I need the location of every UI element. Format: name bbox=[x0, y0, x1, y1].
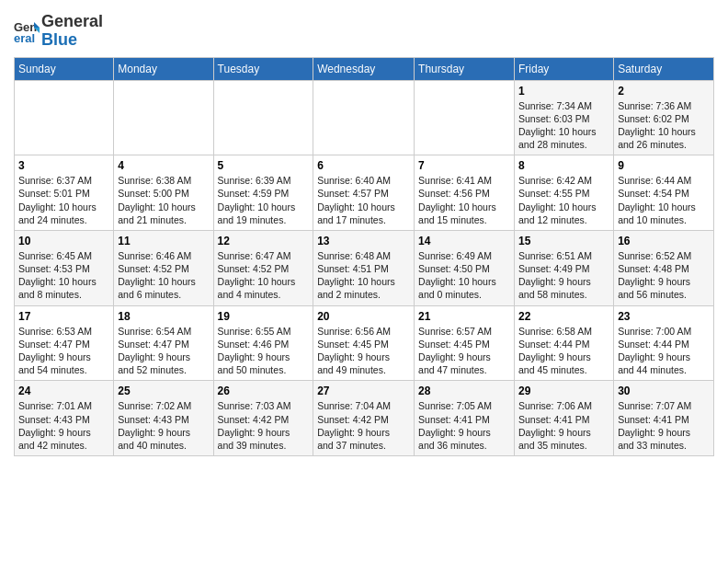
day-number: 6 bbox=[317, 159, 410, 172]
day-cell: 30Sunrise: 7:07 AM Sunset: 4:41 PM Dayli… bbox=[614, 381, 714, 456]
day-info: Sunrise: 6:51 AM Sunset: 4:49 PM Dayligh… bbox=[518, 249, 609, 302]
day-number: 2 bbox=[618, 85, 710, 98]
logo-general: General bbox=[41, 13, 103, 31]
day-info: Sunrise: 6:55 AM Sunset: 4:46 PM Dayligh… bbox=[218, 325, 310, 377]
day-number: 29 bbox=[518, 385, 609, 397]
day-cell bbox=[213, 80, 313, 155]
day-number: 21 bbox=[418, 310, 510, 323]
calendar-body: 1Sunrise: 7:34 AM Sunset: 6:03 PM Daylig… bbox=[15, 80, 714, 455]
day-info: Sunrise: 6:46 AM Sunset: 4:52 PM Dayligh… bbox=[118, 249, 209, 302]
day-cell: 2Sunrise: 7:36 AM Sunset: 6:02 PM Daylig… bbox=[614, 80, 714, 155]
day-info: Sunrise: 6:38 AM Sunset: 5:00 PM Dayligh… bbox=[118, 174, 209, 226]
week-row-2: 10Sunrise: 6:45 AM Sunset: 4:53 PM Dayli… bbox=[15, 230, 714, 305]
day-info: Sunrise: 7:00 AM Sunset: 4:44 PM Dayligh… bbox=[618, 325, 710, 377]
day-cell: 7Sunrise: 6:41 AM Sunset: 4:56 PM Daylig… bbox=[415, 155, 515, 231]
day-cell: 18Sunrise: 6:54 AM Sunset: 4:47 PM Dayli… bbox=[114, 305, 213, 381]
day-number: 27 bbox=[317, 385, 410, 397]
day-cell: 8Sunrise: 6:42 AM Sunset: 4:55 PM Daylig… bbox=[514, 155, 613, 231]
week-row-1: 3Sunrise: 6:37 AM Sunset: 5:01 PM Daylig… bbox=[15, 155, 714, 231]
day-cell: 23Sunrise: 7:00 AM Sunset: 4:44 PM Dayli… bbox=[614, 305, 714, 381]
day-cell: 27Sunrise: 7:04 AM Sunset: 4:42 PM Dayli… bbox=[313, 381, 415, 456]
day-info: Sunrise: 7:01 AM Sunset: 4:43 PM Dayligh… bbox=[18, 399, 109, 452]
day-info: Sunrise: 7:04 AM Sunset: 4:42 PM Dayligh… bbox=[317, 399, 410, 452]
calendar-header: SundayMondayTuesdayWednesdayThursdayFrid… bbox=[15, 57, 714, 80]
day-number: 3 bbox=[18, 159, 109, 172]
day-cell: 5Sunrise: 6:39 AM Sunset: 4:59 PM Daylig… bbox=[213, 155, 313, 231]
day-header-monday: Monday bbox=[114, 57, 213, 80]
day-cell: 3Sunrise: 6:37 AM Sunset: 5:01 PM Daylig… bbox=[15, 155, 114, 231]
day-number: 11 bbox=[118, 235, 209, 247]
day-number: 26 bbox=[218, 385, 310, 397]
day-info: Sunrise: 6:53 AM Sunset: 4:47 PM Dayligh… bbox=[18, 325, 109, 377]
day-cell bbox=[15, 80, 114, 155]
day-number: 25 bbox=[118, 385, 209, 397]
day-cell: 26Sunrise: 7:03 AM Sunset: 4:42 PM Dayli… bbox=[213, 381, 313, 456]
day-cell: 11Sunrise: 6:46 AM Sunset: 4:52 PM Dayli… bbox=[114, 230, 213, 305]
logo-icon: Gen eral bbox=[14, 18, 40, 44]
day-info: Sunrise: 7:02 AM Sunset: 4:43 PM Dayligh… bbox=[118, 399, 209, 452]
day-number: 17 bbox=[18, 310, 109, 323]
day-cell: 21Sunrise: 6:57 AM Sunset: 4:45 PM Dayli… bbox=[415, 305, 515, 381]
day-number: 28 bbox=[418, 385, 510, 397]
day-info: Sunrise: 6:47 AM Sunset: 4:52 PM Dayligh… bbox=[218, 249, 310, 302]
day-cell: 20Sunrise: 6:56 AM Sunset: 4:45 PM Dayli… bbox=[313, 305, 415, 381]
day-info: Sunrise: 6:49 AM Sunset: 4:50 PM Dayligh… bbox=[418, 249, 510, 302]
day-cell: 17Sunrise: 6:53 AM Sunset: 4:47 PM Dayli… bbox=[15, 305, 114, 381]
day-info: Sunrise: 6:37 AM Sunset: 5:01 PM Dayligh… bbox=[18, 174, 109, 226]
day-header-wednesday: Wednesday bbox=[313, 57, 415, 80]
day-cell bbox=[415, 80, 515, 155]
day-header-tuesday: Tuesday bbox=[213, 57, 313, 80]
day-cell: 19Sunrise: 6:55 AM Sunset: 4:46 PM Dayli… bbox=[213, 305, 313, 381]
day-cell: 29Sunrise: 7:06 AM Sunset: 4:41 PM Dayli… bbox=[514, 381, 613, 456]
day-cell: 1Sunrise: 7:34 AM Sunset: 6:03 PM Daylig… bbox=[514, 80, 613, 155]
day-cell: 15Sunrise: 6:51 AM Sunset: 4:49 PM Dayli… bbox=[514, 230, 613, 305]
day-number: 23 bbox=[618, 310, 710, 323]
day-info: Sunrise: 6:39 AM Sunset: 4:59 PM Dayligh… bbox=[218, 174, 310, 226]
calendar-table: SundayMondayTuesdayWednesdayThursdayFrid… bbox=[14, 57, 714, 456]
day-cell: 24Sunrise: 7:01 AM Sunset: 4:43 PM Dayli… bbox=[15, 381, 114, 456]
day-cell: 12Sunrise: 6:47 AM Sunset: 4:52 PM Dayli… bbox=[213, 230, 313, 305]
logo-text: General Blue bbox=[41, 13, 103, 50]
day-cell bbox=[313, 80, 415, 155]
day-info: Sunrise: 7:06 AM Sunset: 4:41 PM Dayligh… bbox=[518, 399, 609, 452]
day-cell: 13Sunrise: 6:48 AM Sunset: 4:51 PM Dayli… bbox=[313, 230, 415, 305]
day-cell: 16Sunrise: 6:52 AM Sunset: 4:48 PM Dayli… bbox=[614, 230, 714, 305]
day-number: 20 bbox=[317, 310, 410, 323]
day-info: Sunrise: 6:57 AM Sunset: 4:45 PM Dayligh… bbox=[418, 325, 510, 377]
day-number: 12 bbox=[218, 235, 310, 247]
day-number: 9 bbox=[618, 159, 710, 172]
day-number: 18 bbox=[118, 310, 209, 323]
day-cell: 9Sunrise: 6:44 AM Sunset: 4:54 PM Daylig… bbox=[614, 155, 714, 231]
day-number: 15 bbox=[518, 235, 609, 247]
day-number: 13 bbox=[317, 235, 410, 247]
day-number: 22 bbox=[518, 310, 609, 323]
day-number: 30 bbox=[618, 385, 710, 397]
page-header: Gen eral General Blue bbox=[14, 9, 714, 50]
day-cell: 14Sunrise: 6:49 AM Sunset: 4:50 PM Dayli… bbox=[415, 230, 515, 305]
day-info: Sunrise: 6:45 AM Sunset: 4:53 PM Dayligh… bbox=[18, 249, 109, 302]
day-header-friday: Friday bbox=[514, 57, 613, 80]
day-number: 7 bbox=[418, 159, 510, 172]
day-info: Sunrise: 7:34 AM Sunset: 6:03 PM Dayligh… bbox=[518, 99, 609, 152]
day-cell bbox=[114, 80, 213, 155]
day-info: Sunrise: 6:48 AM Sunset: 4:51 PM Dayligh… bbox=[317, 249, 410, 302]
day-info: Sunrise: 7:03 AM Sunset: 4:42 PM Dayligh… bbox=[218, 399, 310, 452]
day-cell: 22Sunrise: 6:58 AM Sunset: 4:44 PM Dayli… bbox=[514, 305, 613, 381]
day-cell: 6Sunrise: 6:40 AM Sunset: 4:57 PM Daylig… bbox=[313, 155, 415, 231]
day-number: 19 bbox=[218, 310, 310, 323]
day-info: Sunrise: 6:44 AM Sunset: 4:54 PM Dayligh… bbox=[618, 174, 710, 226]
day-header-thursday: Thursday bbox=[415, 57, 515, 80]
day-number: 14 bbox=[418, 235, 510, 247]
week-row-0: 1Sunrise: 7:34 AM Sunset: 6:03 PM Daylig… bbox=[15, 80, 714, 155]
day-info: Sunrise: 6:54 AM Sunset: 4:47 PM Dayligh… bbox=[118, 325, 209, 377]
day-cell: 25Sunrise: 7:02 AM Sunset: 4:43 PM Dayli… bbox=[114, 381, 213, 456]
logo-blue: Blue bbox=[41, 31, 103, 50]
day-cell: 28Sunrise: 7:05 AM Sunset: 4:41 PM Dayli… bbox=[415, 381, 515, 456]
day-number: 24 bbox=[18, 385, 109, 397]
day-number: 1 bbox=[518, 85, 609, 98]
day-info: Sunrise: 7:07 AM Sunset: 4:41 PM Dayligh… bbox=[618, 399, 710, 452]
logo: Gen eral General Blue bbox=[14, 13, 103, 50]
day-info: Sunrise: 6:56 AM Sunset: 4:45 PM Dayligh… bbox=[317, 325, 410, 377]
day-info: Sunrise: 6:52 AM Sunset: 4:48 PM Dayligh… bbox=[618, 249, 710, 302]
day-number: 8 bbox=[518, 159, 609, 172]
